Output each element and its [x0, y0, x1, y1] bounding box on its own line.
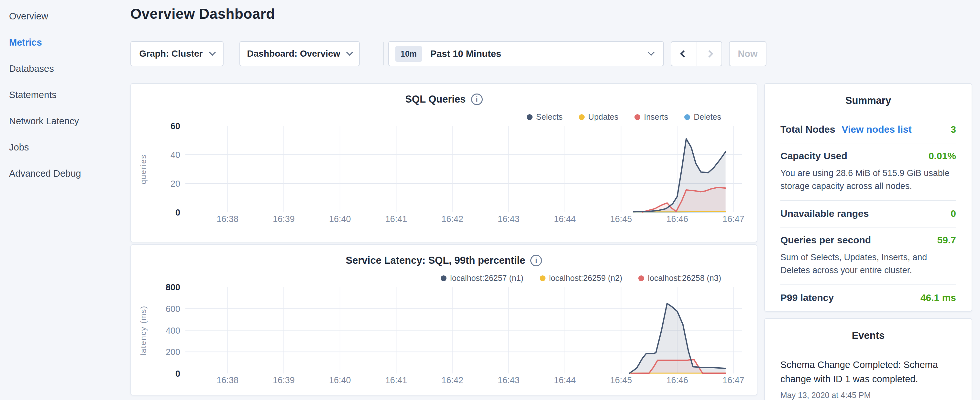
- sidebar-item-overview[interactable]: Overview: [0, 3, 129, 29]
- legend-item: localhost:26257 (n1): [441, 274, 523, 283]
- legend-dot-icon: [635, 114, 640, 120]
- queries-per-second-label: Queries per second: [780, 234, 871, 245]
- svg-text:latency (ms): latency (ms): [139, 306, 148, 356]
- p99-latency-label: P99 latency: [780, 292, 834, 303]
- page-background: { "colors": { "accent_blue": "#2f7de1", …: [0, 0, 980, 400]
- svg-text:16:38: 16:38: [217, 214, 239, 224]
- sidebar-item-statements[interactable]: Statements: [0, 82, 129, 108]
- chevron-down-icon: [346, 49, 353, 56]
- chart-title: SQL Queries: [405, 94, 466, 105]
- svg-text:16:44: 16:44: [554, 214, 576, 224]
- summary-title: Summary: [780, 95, 956, 107]
- svg-text:16:40: 16:40: [329, 375, 351, 385]
- sidebar-item-jobs[interactable]: Jobs: [0, 134, 129, 161]
- time-range-dropdown[interactable]: 10m Past 10 Minutes: [388, 41, 664, 66]
- svg-text:16:46: 16:46: [666, 375, 688, 385]
- chart-legend: localhost:26257 (n1)localhost:26259 (n2)…: [441, 274, 721, 283]
- svg-text:400: 400: [165, 326, 180, 336]
- service-latency-plot: 16:3816:3916:4016:4116:4216:4316:4416:45…: [131, 284, 758, 394]
- sidebar-nav: OverviewMetricsDatabasesStatementsNetwor…: [0, 0, 129, 187]
- capacity-used-row: Capacity Used 0.01%: [780, 143, 956, 161]
- svg-text:40: 40: [170, 150, 180, 160]
- unavailable-ranges-row: Unavailable ranges 0: [780, 201, 956, 219]
- svg-text:16:47: 16:47: [722, 214, 745, 224]
- svg-text:16:38: 16:38: [217, 375, 239, 385]
- unavailable-ranges-label: Unavailable ranges: [780, 208, 869, 219]
- svg-text:16:45: 16:45: [610, 214, 632, 224]
- legend-item: localhost:26258 (n3): [638, 274, 721, 283]
- queries-per-second-description: Sum of Selects, Updates, Inserts, and De…: [780, 251, 956, 277]
- queries-per-second-value: 59.7: [937, 234, 956, 245]
- sql-queries-chart-card: SQL Queries i SelectsUpdatesInsertsDelet…: [130, 83, 757, 242]
- legend-dot-icon: [579, 114, 585, 120]
- svg-text:16:42: 16:42: [442, 214, 464, 224]
- sidebar-item-metrics[interactable]: Metrics: [0, 29, 129, 56]
- svg-text:0: 0: [175, 208, 180, 217]
- queries-per-second-row: Queries per second 59.7: [780, 228, 956, 245]
- total-nodes-row: Total Nodes View nodes list 3: [780, 124, 956, 135]
- legend-item: localhost:26259 (n2): [540, 274, 622, 283]
- chevron-left-icon: [680, 50, 688, 57]
- legend-item: Deletes: [684, 112, 721, 122]
- svg-text:queries: queries: [139, 155, 148, 185]
- svg-text:16:44: 16:44: [554, 375, 576, 385]
- sql-queries-plot: 16:3816:3916:4016:4116:4216:4316:4416:45…: [131, 123, 758, 233]
- chevron-right-icon: [705, 50, 713, 57]
- svg-text:200: 200: [165, 347, 180, 357]
- graph-scope-dropdown[interactable]: Graph: Cluster: [130, 41, 224, 66]
- legend-dot-icon: [540, 276, 546, 281]
- legend-dot-icon: [527, 114, 533, 120]
- info-icon[interactable]: i: [471, 94, 483, 105]
- sidebar-item-advanced-debug[interactable]: Advanced Debug: [0, 161, 129, 187]
- time-step-back-button[interactable]: [671, 42, 697, 66]
- capacity-used-value: 0.01%: [929, 150, 956, 161]
- svg-text:0: 0: [175, 369, 180, 379]
- time-range-badge: 10m: [395, 46, 422, 62]
- svg-text:16:46: 16:46: [666, 214, 688, 224]
- event-list: Schema Change Completed: Schema change w…: [780, 358, 956, 400]
- controls-divider: [383, 42, 384, 65]
- time-step-forward-button[interactable]: [697, 42, 722, 66]
- legend-item: Inserts: [635, 112, 668, 122]
- svg-text:800: 800: [165, 284, 180, 292]
- total-nodes-label: Total Nodes: [780, 124, 835, 135]
- events-panel: Events Schema Change Completed: Schema c…: [764, 318, 972, 400]
- chart-legend: SelectsUpdatesInsertsDeletes: [527, 112, 721, 122]
- svg-text:16:40: 16:40: [329, 214, 351, 224]
- svg-text:16:47: 16:47: [722, 375, 745, 385]
- now-button[interactable]: Now: [729, 41, 767, 66]
- svg-text:16:39: 16:39: [273, 214, 295, 224]
- svg-text:20: 20: [170, 179, 180, 189]
- events-title: Events: [780, 330, 956, 341]
- svg-text:16:43: 16:43: [498, 214, 520, 224]
- capacity-used-label: Capacity Used: [780, 150, 847, 161]
- svg-text:16:43: 16:43: [498, 375, 520, 385]
- time-range-label: Past 10 Minutes: [430, 49, 501, 59]
- svg-text:16:45: 16:45: [610, 375, 632, 385]
- total-nodes-value: 3: [951, 124, 956, 135]
- service-latency-chart-card: Service Latency: SQL, 99th percentile i …: [130, 244, 757, 395]
- time-step-buttons: [671, 41, 722, 66]
- graph-scope-label: Graph: Cluster: [139, 49, 202, 59]
- chevron-down-icon: [648, 49, 654, 56]
- dashboard-label: Dashboard: Overview: [247, 49, 340, 59]
- svg-text:60: 60: [170, 123, 180, 131]
- chart-title: Service Latency: SQL, 99th percentile: [346, 255, 525, 266]
- legend-dot-icon: [638, 276, 644, 281]
- info-icon[interactable]: i: [530, 255, 542, 266]
- legend-item: Selects: [527, 112, 563, 122]
- dashboard-dropdown[interactable]: Dashboard: Overview: [239, 41, 360, 66]
- p99-latency-value: 46.1 ms: [921, 292, 956, 303]
- svg-text:16:41: 16:41: [385, 375, 407, 385]
- legend-dot-icon: [441, 276, 447, 281]
- svg-text:16:42: 16:42: [442, 375, 464, 385]
- capacity-used-description: You are using 28.6 MiB of 515.9 GiB usab…: [780, 167, 956, 193]
- view-nodes-list-link[interactable]: View nodes list: [842, 124, 912, 135]
- p99-latency-row: P99 latency 46.1 ms: [780, 285, 956, 303]
- legend-item: Updates: [579, 112, 618, 122]
- sidebar-item-network-latency[interactable]: Network Latency: [0, 108, 129, 134]
- event-item-timestamp: May 13, 2020 at 4:45 PM: [780, 390, 956, 400]
- unavailable-ranges-value: 0: [951, 208, 956, 219]
- svg-text:16:39: 16:39: [273, 375, 295, 385]
- sidebar-item-databases[interactable]: Databases: [0, 56, 129, 82]
